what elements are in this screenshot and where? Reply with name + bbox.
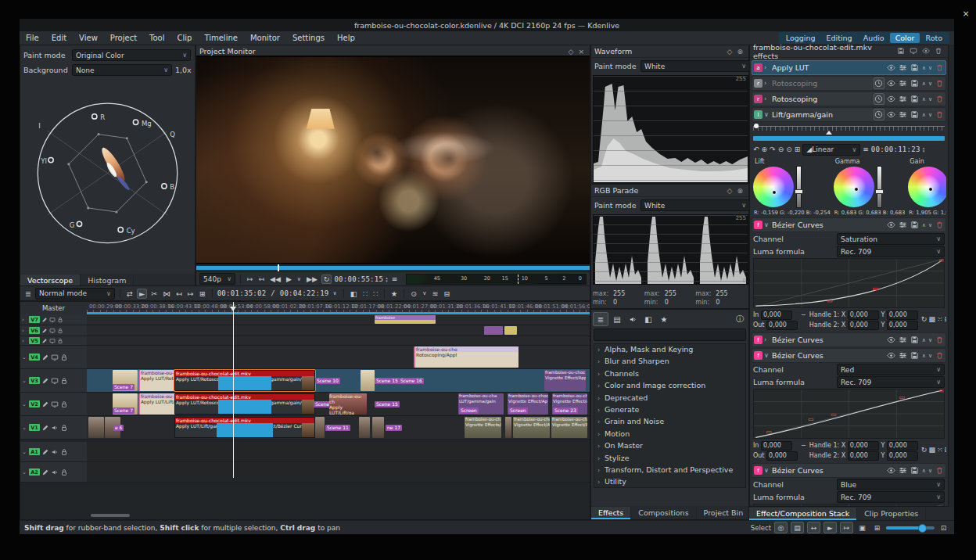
channel-select[interactable]: Blue∨ bbox=[837, 479, 945, 490]
effect-params-icon[interactable] bbox=[899, 351, 908, 360]
save-preset-icon[interactable] bbox=[910, 79, 920, 88]
pencil-icon[interactable] bbox=[41, 424, 49, 432]
menu-item-tool[interactable]: Tool bbox=[143, 34, 170, 42]
menu-item-clip[interactable]: Clip bbox=[171, 34, 199, 42]
close-panel-icon[interactable]: ⊗ bbox=[734, 187, 745, 195]
timeline-clip[interactable] bbox=[315, 417, 325, 438]
close-panel-icon[interactable]: × bbox=[576, 48, 587, 56]
compare-split-icon[interactable] bbox=[907, 47, 920, 56]
toggle-effect-icon[interactable] bbox=[887, 351, 896, 360]
lock-icon[interactable] bbox=[60, 400, 68, 408]
color-wheel[interactable] bbox=[834, 167, 874, 207]
curve-editor[interactable] bbox=[753, 258, 945, 308]
move-effect-down-icon[interactable]: ∨ bbox=[928, 112, 932, 118]
curve-editor[interactable] bbox=[753, 504, 945, 506]
timeline-clip[interactable]: framboise-ou-chocoVignette Effect/ApScre… bbox=[508, 393, 548, 415]
move-effect-up-icon[interactable]: ∧ bbox=[922, 468, 926, 474]
timeline-clip[interactable]: framboise-ou-choVignette Effect/A bbox=[551, 417, 587, 438]
effect-collapse-icon[interactable]: › bbox=[764, 336, 770, 343]
luma-formula-select[interactable]: Rec. 709∨ bbox=[837, 246, 945, 257]
select-subtitles-icon[interactable]: ↦ bbox=[840, 522, 853, 533]
channel-select[interactable]: Red∨ bbox=[837, 364, 945, 375]
toggle-effect-icon[interactable] bbox=[887, 95, 896, 103]
razor-tool-icon[interactable]: ✂ bbox=[149, 289, 159, 298]
move-effect-down-icon[interactable]: ∨ bbox=[928, 337, 932, 343]
effect-row[interactable]: f∨Bézier Curves∧∨ bbox=[752, 348, 946, 363]
pencil-icon[interactable] bbox=[41, 328, 48, 334]
audio-thumbnails-icon[interactable]: ∷ bbox=[371, 289, 379, 298]
spacer-tool-icon[interactable]: ⋈ bbox=[161, 289, 172, 298]
effects-category[interactable]: ›Channels bbox=[594, 368, 745, 380]
delete-effect-icon[interactable] bbox=[935, 79, 944, 88]
timeline-clip-label[interactable]: Scene 11 bbox=[325, 425, 350, 431]
lock-icon[interactable] bbox=[60, 377, 68, 385]
toggle-effect-icon[interactable] bbox=[887, 110, 896, 119]
effect-collapse-icon[interactable]: › bbox=[764, 80, 770, 87]
effects-category[interactable]: ›Utility bbox=[594, 476, 745, 488]
zone-in-icon[interactable]: ↦ bbox=[246, 275, 255, 283]
speaker-icon[interactable] bbox=[51, 468, 59, 476]
reset-curve-icon[interactable]: ↻ bbox=[921, 446, 928, 454]
subtitle-icon[interactable]: ⊟ bbox=[442, 289, 451, 298]
speaker-icon[interactable] bbox=[51, 424, 59, 432]
menu-item-help[interactable]: Help bbox=[331, 34, 361, 42]
effect-collapse-icon[interactable]: › bbox=[764, 64, 770, 71]
timeline-clip[interactable]: framboise-ou-chocVignette Effect/AppScen… bbox=[552, 393, 587, 415]
curve-editor[interactable] bbox=[753, 389, 945, 439]
tab-project-bin[interactable]: Project Bin bbox=[697, 507, 752, 519]
timeline-clip[interactable]: framboise-ou-chocolat-edit.mkvApply LUT/… bbox=[174, 393, 315, 415]
tab-effects[interactable]: Effects bbox=[591, 507, 631, 519]
menu-item-project[interactable]: Project bbox=[104, 34, 143, 42]
track-collapse-icon[interactable]: ⌄ bbox=[22, 449, 27, 455]
tab-clip-properties[interactable]: Clip Properties bbox=[857, 508, 926, 520]
timeline-playhead[interactable] bbox=[233, 302, 234, 478]
shrink-editor-icon[interactable]: ⊟ bbox=[944, 446, 946, 454]
track-header-a2[interactable]: ⌄A2 bbox=[20, 462, 87, 483]
timeline-hscrollbar[interactable] bbox=[91, 514, 130, 517]
move-effect-up-icon[interactable]: ∧ bbox=[922, 65, 926, 71]
background-select[interactable]: None∨ bbox=[72, 64, 172, 76]
track-collapse-icon[interactable]: › bbox=[22, 328, 27, 334]
previous-keyframe-icon[interactable]: ↶ bbox=[753, 145, 759, 153]
menu-item-monitor[interactable]: Monitor bbox=[244, 34, 286, 42]
transitions-icon[interactable]: ◧ bbox=[641, 313, 655, 325]
effect-row[interactable]: r›Rotoscoping∧∨ bbox=[752, 92, 946, 106]
move-effect-up-icon[interactable]: ∧ bbox=[922, 353, 926, 359]
video-thumbnails-icon[interactable]: ∷ bbox=[361, 289, 369, 298]
keyframe-clock-icon[interactable] bbox=[874, 109, 884, 120]
paint-mode-select[interactable]: Original Color∨ bbox=[72, 49, 191, 61]
timeline-ruler[interactable]: 00:00:29:0000:00:33:2000:00:38:1600:00:4… bbox=[87, 302, 590, 312]
timeline-clip[interactable] bbox=[88, 417, 104, 438]
track-lane-v6[interactable] bbox=[87, 325, 590, 336]
timeline-clip-label[interactable]: e 6 bbox=[113, 425, 124, 431]
fit-zoom-icon[interactable]: ⊞ bbox=[871, 522, 883, 533]
move-effect-down-icon[interactable]: ∨ bbox=[928, 65, 932, 71]
waveform-paint-select[interactable]: White∨ bbox=[640, 60, 750, 72]
mix-clips-icon[interactable]: ⇄ bbox=[125, 289, 135, 298]
timeline-clip-label[interactable]: ne 17 bbox=[386, 425, 402, 431]
parade-paint-select[interactable]: White∨ bbox=[640, 199, 750, 211]
track-header-v4[interactable]: ⌄V4 bbox=[20, 346, 87, 369]
handle2-y[interactable]: 0,000 bbox=[887, 451, 918, 461]
in-value[interactable]: 0,000 bbox=[761, 441, 792, 451]
timeline-clip[interactable] bbox=[504, 326, 517, 335]
grid-toggle-icon[interactable]: ⁙ bbox=[937, 446, 943, 454]
pencil-icon[interactable] bbox=[41, 317, 48, 323]
close-panel-icon[interactable]: ⊗ bbox=[734, 48, 745, 56]
save-preset-icon[interactable] bbox=[910, 466, 920, 475]
audio-effects-icon[interactable] bbox=[626, 313, 640, 325]
record-icon[interactable]: ⊙ bbox=[409, 289, 418, 298]
keyframe-position-marker[interactable] bbox=[826, 131, 832, 135]
effects-category[interactable]: ›Motion bbox=[594, 429, 745, 440]
timeline-clip-label[interactable]: Scene 15 bbox=[375, 401, 400, 407]
pencil-icon[interactable] bbox=[41, 338, 48, 344]
timeline-clip[interactable]: framboise-ou-choRotoscoping/Appl bbox=[414, 346, 518, 368]
zoom-slider-knob[interactable] bbox=[918, 524, 927, 533]
save-effect-stack-icon[interactable] bbox=[895, 47, 907, 56]
move-effect-up-icon[interactable]: ∧ bbox=[922, 222, 926, 228]
center-keyframe-icon[interactable]: ⊙ bbox=[786, 145, 792, 153]
grid-toggle-icon[interactable]: ⁙ bbox=[937, 315, 943, 323]
master-track-header[interactable]: Master bbox=[20, 302, 87, 315]
effect-collapse-icon[interactable]: › bbox=[764, 95, 770, 102]
effect-params-icon[interactable] bbox=[899, 110, 908, 119]
